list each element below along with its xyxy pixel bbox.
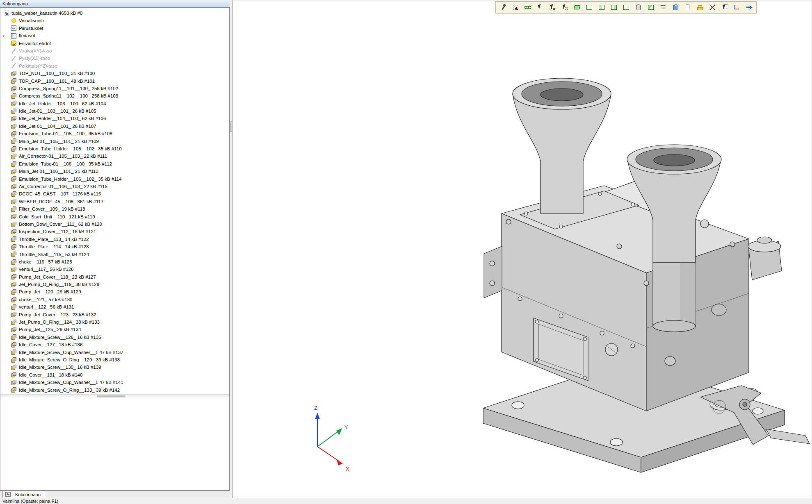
- pin-icon[interactable]: [497, 2, 509, 13]
- part-icon: [11, 101, 16, 106]
- tree-item-label: Idle_Mixture_Screw__130_ 16 kB #139: [19, 363, 101, 371]
- tree-item-part[interactable]: Emulsion_Tube-01__105__100_ 95 kB #108: [0, 130, 229, 137]
- part-icon: [11, 282, 16, 287]
- measure-icon[interactable]: [522, 2, 534, 13]
- tree-item-label: Throttle_Shaft__115_ 53 kB #124: [19, 251, 89, 258]
- tree-item-part[interactable]: DCOE_45_CAST__107_ 1176 kB #116: [0, 190, 229, 198]
- tree-item-part[interactable]: Idle_Mixture_Screw_Cup_Washer__1 47 kB #…: [0, 379, 229, 386]
- tree-item-part[interactable]: Pump_Jet__120_ 29 kB #129: [0, 288, 229, 295]
- tree-item-part[interactable]: choke__121_ 57 kB #130: [0, 296, 229, 303]
- panel-empty-area: [0, 398, 230, 490]
- tree-item[interactable]: Piirustukset: [0, 25, 229, 32]
- part-icon: [11, 334, 16, 340]
- tree-item-part[interactable]: Main_Jet-01__106__101_ 21 kB #113: [0, 168, 229, 175]
- shaded-box-icon[interactable]: [608, 2, 620, 13]
- tree-item[interactable]: Ilmiasut: [0, 32, 229, 39]
- checker-face-icon[interactable]: [645, 2, 657, 13]
- tree-item-part[interactable]: Idle_Mixture_Screw__126_ 16 kB #135: [0, 334, 229, 341]
- tree-item-part[interactable]: Compress_Spring11__101__100_ 258 kB #102: [0, 85, 229, 92]
- tree-item-part[interactable]: Air_Corrector-01__105__103_ 22 kB #111: [0, 152, 229, 160]
- tree-item-part[interactable]: Jet_Pump_O_Ring__124_ 38 kB #133: [0, 318, 229, 326]
- cursor-select-icon[interactable]: [534, 2, 546, 13]
- tree-item-part[interactable]: Air_Corrector-01__106__103_ 22 kB #115: [0, 183, 229, 190]
- tree-item-part[interactable]: Idle_Jet-01__103__101_ 26 kB #105: [0, 107, 229, 115]
- trim-icon[interactable]: [706, 2, 718, 13]
- tree-item-part[interactable]: WEBER_DCOE_45__108_ 361 kB #117: [0, 198, 229, 205]
- open-box-icon[interactable]: [620, 2, 632, 13]
- tree-item-part[interactable]: Main_Jet-01__105__101_ 21 kB #109: [0, 138, 229, 145]
- cursor-edge-icon[interactable]: [559, 2, 570, 13]
- context-cursor-icon[interactable]: [718, 2, 730, 13]
- tree-item-part[interactable]: Throttle_Plate__114_ 14 kB #123: [0, 243, 229, 250]
- tree-item[interactable]: Pysty(XZ)-taso: [0, 54, 229, 62]
- select-frame-icon[interactable]: [509, 2, 521, 13]
- feature-list-icon[interactable]: [657, 2, 669, 13]
- assembly-icon: [4, 11, 9, 16]
- tree-item-part[interactable]: Pump_Jet__125_ 29 kB #134: [0, 326, 229, 333]
- tree-item[interactable]: Vaaka(XY)-taso: [0, 47, 229, 54]
- tree-item-part[interactable]: Bottom_Bowl_Cover__111_ 62 kB #120: [0, 220, 229, 228]
- tree-item-label: Idle_Jet_Holder__103__100_ 62 kB #104: [19, 100, 106, 107]
- tree-item-part[interactable]: venturi__117_ 56 kB #126: [0, 266, 229, 273]
- part-icon: [11, 357, 16, 363]
- cylinder-icon[interactable]: [632, 2, 644, 13]
- tree-item-label: Esivalitut ehdot: [19, 40, 51, 47]
- tree-item[interactable]: Visualisointi: [0, 17, 229, 24]
- tree-item-part[interactable]: Cold_Start_Unit__110_ 121 kB #119: [0, 213, 229, 220]
- tree-item-label: Throttle_Plate__113_ 14 kB #122: [19, 236, 89, 243]
- part-icon: [11, 191, 16, 197]
- tree-item-label: Pump_Jet_Cover__123_ 23 kB #132: [19, 311, 96, 318]
- tree-item-root[interactable]: tupla_weber_kaasutin 4650 kB #0: [0, 9, 229, 17]
- half-section-box-icon[interactable]: [595, 2, 607, 13]
- tree-item-part[interactable]: Idle_Mixture_Screw_O_Ring__129_ 39 kB #1…: [0, 356, 229, 363]
- tree-item[interactable]: Esivalitut ehdot: [0, 40, 229, 47]
- wireframe-box-icon[interactable]: [583, 2, 595, 13]
- tree-item-part[interactable]: Idle_Cover__127_ 18 kB #136: [0, 341, 229, 348]
- tree-item-part[interactable]: Emulsion_Tube_Holder__106__102_ 35 kB #1…: [0, 175, 229, 183]
- tree-item-part[interactable]: Inspection_Cover__112_ 18 kB #121: [0, 228, 229, 235]
- coordinate-axes-icon[interactable]: [731, 2, 743, 13]
- tree-item-part[interactable]: Pump_Jet_Cover__123_ 23 kB #132: [0, 311, 229, 318]
- status-text: Valmiina (Opaste: paina F1): [2, 499, 58, 504]
- scrollbar-thumb[interactable]: [97, 395, 125, 397]
- tree-item-label: TOP_CAP__100__101_ 48 kB #101: [19, 77, 95, 85]
- tree-item-part[interactable]: Filter_Cover__109_ 19 kB #118: [0, 205, 229, 213]
- tree-item-part[interactable]: Idle_Mixture_Screw__130_ 16 kB #139: [0, 363, 229, 371]
- tree-item-part[interactable]: Idle_Jet_Holder__103__100_ 62 kB #104: [0, 100, 229, 107]
- tree-item-part[interactable]: Emulsion_Tube-01__106__100_ 95 kB #112: [0, 160, 229, 168]
- tree-item-part[interactable]: Jet_Pump_O_Ring__119_ 38 kB #128: [0, 281, 229, 288]
- tree-item-part[interactable]: Idle_Cover__131_ 18 kB #140: [0, 371, 229, 379]
- tree-horizontal-scrollbar[interactable]: [0, 394, 229, 398]
- export-icon[interactable]: [743, 2, 755, 13]
- assembly-tree-panel: Kokoonpano tupla_weber_kaasutin 4650 kB …: [0, 0, 230, 498]
- tree-item-part[interactable]: Idle_Jet-01__104__101_ 26 kB #107: [0, 123, 229, 130]
- tree-item-part[interactable]: choke__116_ 57 kB #125: [0, 258, 229, 266]
- tree-item-part[interactable]: Compress_Spring11__102__100_ 258 kB #103: [0, 92, 229, 100]
- tree-item-part[interactable]: Throttle_Shaft__115_ 53 kB #124: [0, 251, 229, 258]
- tree-item-part[interactable]: Throttle_Plate__113_ 14 kB #122: [0, 236, 229, 243]
- tree-item-part[interactable]: TOP_CAP__100__101_ 48 kB #101: [0, 77, 229, 85]
- work-plane-icon[interactable]: [571, 2, 583, 13]
- splitter-grip[interactable]: [230, 121, 232, 132]
- layers-icon[interactable]: [694, 2, 706, 13]
- part-icon: [11, 289, 16, 295]
- tree-item-part[interactable]: Idle_Mixture_Screw_O_Ring__133_ 39 kB #1…: [0, 386, 229, 394]
- tree-item-part[interactable]: Pump_Jet_Cover__118_ 23 kB #127: [0, 273, 229, 281]
- clipboard-icon[interactable]: [669, 2, 681, 13]
- tree-item-part[interactable]: venturi__122_ 56 kB #131: [0, 303, 229, 311]
- tree-item-part[interactable]: Idle_Jet_Holder__104__100_ 62 kB #106: [0, 115, 229, 122]
- tree-item-part[interactable]: Emulsion_Tube_Holder__105__102_ 35 kB #1…: [0, 145, 229, 152]
- tree-item[interactable]: Poikittais(YZ)-taso: [0, 62, 229, 70]
- model-viewport[interactable]: Z Y X: [233, 0, 812, 498]
- model-3d-view[interactable]: Z Y X: [233, 0, 812, 498]
- drawing-sheet-icon[interactable]: [682, 2, 693, 13]
- part-icon: [11, 304, 16, 310]
- tree-item-part[interactable]: Idle_Mixture_Screw_Cup_Washer__1 47 kB #…: [0, 349, 229, 356]
- tab-label: Kokoonpano: [15, 492, 41, 497]
- tree-item-label: Idle_Cover__127_ 18 kB #136: [19, 341, 82, 348]
- tab-kokoonpano[interactable]: Kokoonpano: [2, 491, 45, 498]
- cursor-vertex-icon[interactable]: [546, 2, 558, 13]
- tree-item-part[interactable]: TOP_NUT__100__100_ 31 kB #100: [0, 70, 229, 77]
- part-icon: [11, 93, 16, 99]
- panel-splitter[interactable]: [230, 0, 233, 498]
